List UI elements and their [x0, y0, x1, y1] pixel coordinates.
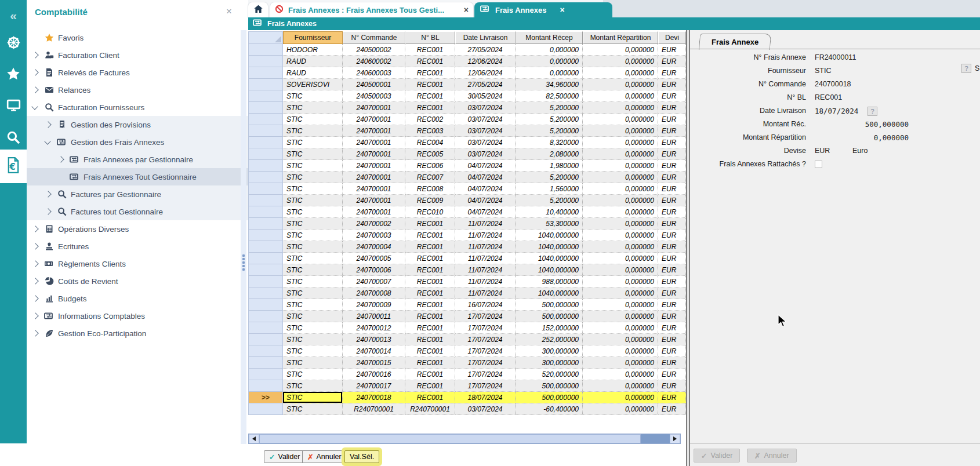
cell-montant-r-partition[interactable]: 0,000000 [583, 241, 658, 253]
cell-montant-r-partition[interactable]: 0,000000 [583, 230, 658, 241]
column-header-6[interactable]: Devi [658, 31, 686, 44]
chevron-right-icon[interactable] [32, 70, 44, 75]
chevron-right-icon[interactable] [32, 296, 44, 301]
annuler-button[interactable]: ✗ Annuler [302, 450, 347, 463]
cell-n-commande[interactable]: 240700001 [343, 183, 405, 195]
column-header-4[interactable]: Montant Récep [516, 31, 583, 44]
cell-devi[interactable]: EUR [658, 183, 686, 195]
cell-montant-r-partition[interactable]: 0,000000 [583, 125, 658, 137]
row-header-cell[interactable] [248, 334, 283, 345]
detail-splitter[interactable] [686, 30, 690, 466]
monitor-icon[interactable] [0, 95, 27, 115]
table-row[interactable]: RAUD240600003REC00112/06/20240,0000000,0… [248, 67, 686, 79]
table-row[interactable]: STIC240700001REC01004/07/202410,4000000,… [248, 206, 686, 218]
tab-close-icon[interactable]: × [464, 5, 469, 14]
chevron-right-icon[interactable] [32, 244, 44, 249]
cell-montant-r-cep[interactable]: 1040,000000 [516, 253, 583, 264]
table-row[interactable]: STIC240700013REC00117/07/2024252,0000000… [248, 334, 686, 345]
row-header-cell[interactable] [248, 276, 283, 287]
val-sel-button[interactable]: Val.Sél. [344, 450, 379, 463]
cell-fournisseur[interactable]: STIC [283, 218, 343, 230]
detail-valider-button[interactable]: ✓ Valider [694, 449, 740, 463]
cell-montant-r-partition[interactable]: 0,000000 [583, 148, 658, 160]
cell-fournisseur[interactable]: STIC [283, 102, 343, 114]
cell-fournisseur[interactable]: STIC [283, 195, 343, 206]
cell-n-commande[interactable]: 240500003 [343, 90, 405, 102]
cell-montant-r-partition[interactable]: 0,000000 [583, 334, 658, 345]
cell-fournisseur[interactable]: STIC [283, 287, 343, 299]
row-header-cell[interactable] [248, 287, 283, 299]
cell-n-bl[interactable]: REC001 [405, 357, 455, 369]
cell-montant-r-partition[interactable]: 0,000000 [583, 195, 658, 206]
cell-n-bl[interactable]: REC001 [405, 322, 455, 334]
row-header-cell[interactable] [248, 183, 283, 195]
cell-date-livraison[interactable]: 12/06/2024 [455, 67, 516, 79]
row-header-cell[interactable] [248, 44, 283, 56]
cell-n-commande[interactable]: 240700014 [343, 345, 405, 357]
cell-devi[interactable]: EUR [658, 287, 686, 299]
cell-montant-r-partition[interactable]: 0,000000 [583, 264, 658, 276]
cell-n-commande[interactable]: 240700001 [343, 114, 405, 125]
chevron-right-icon[interactable] [45, 122, 57, 127]
cell-montant-r-cep[interactable]: 500,000000 [516, 299, 583, 311]
table-row[interactable]: STIC240700001REC00203/07/20245,2000000,0… [248, 114, 686, 125]
table-row[interactable]: STIC240700001REC00604/07/20241,9800000,0… [248, 160, 686, 172]
sidebar-item-informations-comptables[interactable]: Informations Comptables [27, 307, 254, 325]
cell-date-livraison[interactable]: 17/07/2024 [455, 311, 516, 322]
cell-fournisseur[interactable]: STIC [283, 380, 343, 392]
chevron-right-icon[interactable] [32, 88, 44, 92]
cell-montant-r-cep[interactable]: 0,000000 [516, 56, 583, 67]
table-row[interactable]: STIC240500003REC00130/05/202482,5000000,… [248, 90, 686, 102]
cell-date-livraison[interactable]: 03/07/2024 [455, 137, 516, 148]
table-row[interactable]: >>STIC240700018REC00118/07/2024500,00000… [248, 392, 686, 403]
cell-n-bl[interactable]: REC001 [405, 264, 455, 276]
row-header-cell[interactable] [248, 311, 283, 322]
chevron-right-icon[interactable] [45, 192, 57, 196]
cell-fournisseur[interactable]: STIC [283, 230, 343, 241]
row-header-cell[interactable] [248, 299, 283, 311]
cell-montant-r-partition[interactable]: 0,000000 [583, 345, 658, 357]
cell-fournisseur[interactable]: STIC [283, 392, 343, 403]
cell-montant-r-cep[interactable]: 500,000000 [516, 311, 583, 322]
chevron-right-icon[interactable] [32, 331, 44, 336]
table-row[interactable]: STIC240700012REC00117/07/2024152,0000000… [248, 322, 686, 334]
table-row[interactable]: STIC240700003REC00111/07/20241040,000000… [248, 230, 686, 241]
sidebar-item-factures-par-gestionnaire[interactable]: Factures par Gestionnaire [27, 185, 267, 203]
cell-date-livraison[interactable]: 27/05/2024 [455, 79, 516, 90]
sidebar-item-budgets[interactable]: Budgets [27, 290, 254, 307]
cell-n-commande[interactable]: 240700011 [343, 311, 405, 322]
cell-montant-r-cep[interactable]: 300,000000 [516, 345, 583, 357]
cell-n-commande[interactable]: R240700001 [343, 403, 405, 415]
cell-fournisseur[interactable]: RAUD [283, 56, 343, 67]
cell-date-livraison[interactable]: 16/07/2024 [455, 299, 516, 311]
sidebar-item-gestion-des-frais-annexes[interactable]: Gestion des Frais Annexes [27, 133, 267, 151]
cell-devi[interactable]: EUR [658, 218, 686, 230]
cell-date-livraison[interactable]: 30/05/2024 [455, 90, 516, 102]
cell-montant-r-cep[interactable]: 34,960000 [516, 79, 583, 90]
cell-date-livraison[interactable]: 03/07/2024 [455, 403, 516, 415]
cell-montant-r-cep[interactable]: 520,000000 [516, 369, 583, 380]
sidebar-item-gestion-eco-participation[interactable]: Gestion Eco-Participation [27, 325, 254, 342]
sidebar-close-icon[interactable]: × [226, 6, 232, 17]
cell-montant-r-partition[interactable]: 0,000000 [583, 56, 658, 67]
cell-n-commande[interactable]: 240700008 [343, 287, 405, 299]
cell-devi[interactable]: EUR [658, 392, 686, 403]
cell-montant-r-cep[interactable]: 1040,000000 [516, 241, 583, 253]
cell-fournisseur[interactable]: RAUD [283, 67, 343, 79]
cell-date-livraison[interactable]: 04/07/2024 [455, 160, 516, 172]
cell-n-bl[interactable]: REC001 [405, 218, 455, 230]
table-row[interactable]: STICR240700001R24070000103/07/2024-60,40… [248, 403, 686, 415]
cell-montant-r-cep[interactable]: -60,400000 [516, 403, 583, 415]
cell-montant-r-partition[interactable]: 0,000000 [583, 160, 658, 172]
cell-montant-r-partition[interactable]: 0,000000 [583, 311, 658, 322]
cell-montant-r-cep[interactable]: 252,000000 [516, 334, 583, 345]
table-row[interactable]: STIC240700002REC00111/07/202453,3000000,… [248, 218, 686, 230]
cell-montant-r-cep[interactable]: 1040,000000 [516, 230, 583, 241]
cell-montant-r-cep[interactable]: 10,400000 [516, 206, 583, 218]
column-header-0[interactable]: Fournisseur [283, 31, 343, 44]
cell-fournisseur[interactable]: STIC [283, 172, 343, 183]
sidebar-item-facturation-client[interactable]: Facturation Client [27, 46, 254, 64]
cell-n-bl[interactable]: REC001 [405, 44, 455, 56]
cell-montant-r-cep[interactable]: 5,200000 [516, 125, 583, 137]
sidebar-item-factures-tout-gestionnaire[interactable]: Factures tout Gestionnaire [27, 203, 267, 220]
